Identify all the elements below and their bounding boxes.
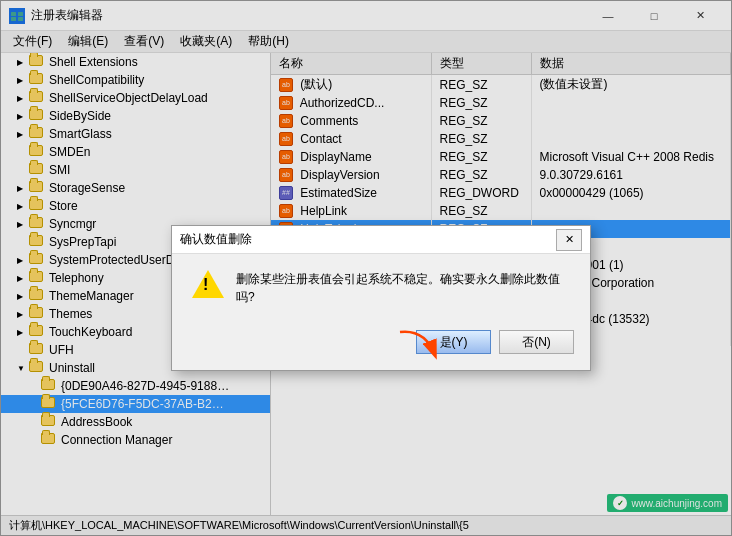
warning-icon (192, 270, 224, 302)
dialog-no-button[interactable]: 否(N) (499, 330, 574, 354)
dialog-overlay: 确认数值删除 ✕ 删除某些注册表值会引起系统不稳定。确实要永久删除此数值吗? 是… (0, 0, 732, 536)
confirm-delete-dialog: 确认数值删除 ✕ 删除某些注册表值会引起系统不稳定。确实要永久删除此数值吗? 是… (171, 225, 591, 371)
dialog-body: 删除某些注册表值会引起系统不稳定。确实要永久删除此数值吗? (172, 254, 590, 322)
dialog-close-button[interactable]: ✕ (556, 229, 582, 251)
dialog-title-bar: 确认数值删除 ✕ (172, 226, 590, 254)
dialog-message: 删除某些注册表值会引起系统不稳定。确实要永久删除此数值吗? (236, 270, 570, 306)
dialog-title: 确认数值删除 (180, 231, 556, 248)
dialog-yes-button[interactable]: 是(Y) (416, 330, 491, 354)
dialog-buttons: 是(Y) 否(N) (172, 322, 590, 370)
